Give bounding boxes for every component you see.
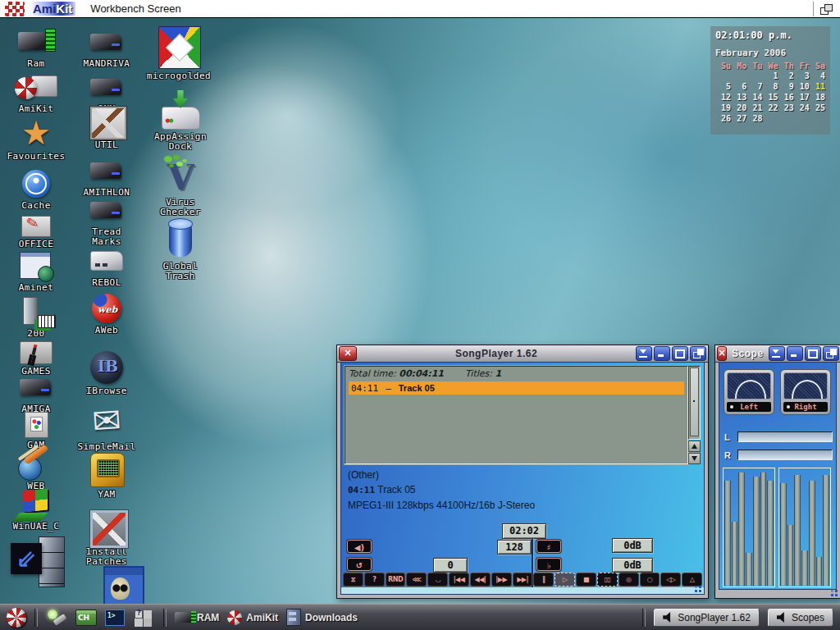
loop-button[interactable]: ↺ bbox=[347, 558, 372, 571]
ram-icon bbox=[13, 25, 59, 58]
transport-skip-start-button[interactable]: |◀◀ bbox=[449, 573, 469, 587]
zoom-icon[interactable] bbox=[672, 346, 688, 361]
transport-rewind-fast-button[interactable]: ⋘ bbox=[406, 573, 427, 587]
playlist[interactable]: Total time: 00:04:11Titles: 1 04:11 – Tr… bbox=[345, 366, 688, 464]
screen-depth-icon[interactable] bbox=[813, 2, 835, 16]
shrink-icon[interactable] bbox=[654, 346, 670, 361]
resize-grip-icon[interactable] bbox=[829, 588, 838, 596]
shrink-icon[interactable] bbox=[787, 346, 803, 361]
amiga-menu-icon[interactable] bbox=[7, 608, 26, 628]
desktop-icon-aweb[interactable]: AWeb bbox=[74, 292, 139, 336]
games-icon bbox=[13, 336, 59, 366]
transport-record-button[interactable]: ◎ bbox=[619, 573, 639, 587]
aweb-icon bbox=[84, 292, 130, 325]
calendar-day-empty bbox=[731, 71, 746, 81]
transport-segment-button[interactable]: ▯▯ bbox=[597, 573, 618, 587]
scope-titlebar[interactable]: Scope bbox=[715, 345, 840, 363]
vu-meter-face bbox=[727, 372, 771, 399]
transport-crossfade-button[interactable]: ◁▷ bbox=[660, 573, 681, 587]
calendar-day: 6 bbox=[731, 81, 746, 92]
transport-pause-button[interactable]: ‖ bbox=[533, 573, 554, 587]
window-button-scopes[interactable]: Scopes bbox=[768, 609, 833, 627]
desktop-icon-yam[interactable]: YAM bbox=[74, 451, 139, 500]
playlist-scrollbar[interactable] bbox=[688, 366, 701, 464]
spectrum-right bbox=[778, 468, 831, 587]
desktop-icon-install-patches[interactable]: Install Patches bbox=[74, 509, 139, 567]
desktop-icon-simplemail[interactable]: SimpleMail bbox=[74, 404, 139, 452]
ch-screen-icon[interactable]: CH bbox=[75, 609, 97, 626]
screen-titlebar[interactable]: AmiKit Workbench Screen bbox=[0, 0, 840, 18]
desktop-icon-amikit[interactable]: AmiKit bbox=[3, 71, 69, 114]
transport-next-button[interactable]: |▶▶ bbox=[491, 573, 512, 587]
zoom-icon[interactable] bbox=[805, 346, 821, 361]
transport-play-button[interactable]: ▷ bbox=[555, 573, 575, 587]
desktop-icon-200[interactable]: 200 bbox=[3, 295, 69, 339]
desktop-icon-label: Install Patches bbox=[74, 547, 139, 567]
channel-right-label: R bbox=[724, 450, 733, 460]
desktop-icon-appassign-dock[interactable]: AppAssign Dock bbox=[148, 90, 213, 152]
close-icon[interactable] bbox=[339, 346, 357, 361]
desktop-icon-microgolded[interactable]: microgolded bbox=[146, 26, 212, 81]
calendar-grid: 1234567891011121314151617181920212223242… bbox=[715, 71, 825, 124]
taskbar-item-amikit[interactable]: AmiKit bbox=[227, 610, 278, 625]
desktop-icon-mandriva[interactable]: MANDRIVA bbox=[74, 25, 139, 69]
scroll-down-icon[interactable] bbox=[688, 453, 701, 464]
taskbar-item-ram[interactable]: RAM bbox=[175, 612, 219, 623]
transport-random-button[interactable]: RND bbox=[386, 573, 406, 587]
desktop-icon-cache[interactable]: Cache bbox=[3, 167, 69, 211]
desktop-icon-gam[interactable]: GAM bbox=[3, 410, 69, 450]
clock-time: 02:01:00 p.m. bbox=[715, 30, 825, 41]
desktop-icon-web[interactable]: WEB bbox=[3, 448, 69, 491]
flashlight-icon[interactable] bbox=[46, 608, 67, 628]
iconify-icon[interactable] bbox=[769, 346, 785, 361]
desktop-icon-ibrowse[interactable]: IBrowse bbox=[74, 349, 139, 396]
desktop-icon-favourites[interactable]: Favourites bbox=[3, 118, 69, 162]
close-icon[interactable] bbox=[717, 346, 727, 361]
scroll-up-icon[interactable] bbox=[688, 441, 701, 452]
desktop-icon-amithlon[interactable]: AMITHLON bbox=[74, 154, 139, 198]
keys-icon[interactable] bbox=[133, 609, 155, 627]
bass-button[interactable]: ♭ bbox=[536, 558, 561, 571]
desktop-icon-winuae-c[interactable]: WinUAE_C bbox=[3, 488, 69, 532]
desktop-icon-arrow-cabinet[interactable] bbox=[7, 535, 72, 594]
calendar-day: 18 bbox=[810, 92, 825, 103]
transport-list-button[interactable]: ◡ bbox=[427, 573, 448, 587]
depth-icon[interactable] bbox=[690, 346, 706, 361]
desktop-icon-virus-checker[interactable]: Virus Checker bbox=[148, 156, 213, 217]
playlist-row[interactable]: 04:11 – Track 05 bbox=[349, 381, 684, 395]
transport-hourglass-button[interactable]: ⧖ bbox=[343, 573, 363, 587]
depth-icon[interactable] bbox=[823, 346, 839, 361]
scrollbar-thumb[interactable] bbox=[690, 368, 699, 436]
desktop-icon-global-trash[interactable]: Global Trash bbox=[148, 218, 213, 281]
volume-button[interactable]: ◀) bbox=[347, 540, 372, 553]
position-display[interactable]: 02:02 bbox=[502, 523, 546, 539]
taskbar-item-downloads[interactable]: Downloads bbox=[286, 609, 358, 626]
resize-grip-icon[interactable] bbox=[693, 584, 701, 592]
desktop-icon-label: MANDRIVA bbox=[74, 59, 139, 69]
treble-button[interactable]: ♯ bbox=[536, 540, 561, 553]
transport-prev-button[interactable]: ◀◀| bbox=[470, 573, 491, 587]
calendar-day-empty bbox=[778, 113, 794, 124]
calendar-day: 4 bbox=[810, 71, 825, 81]
taskbar-separator bbox=[642, 609, 646, 627]
spectrum-bar bbox=[732, 522, 738, 586]
desktop-icon-ram[interactable]: Ram bbox=[3, 25, 69, 69]
desktop-icon-util[interactable]: UTIL bbox=[74, 105, 139, 150]
channel-left-bar bbox=[737, 431, 833, 442]
desktop-icon-skull[interactable] bbox=[90, 566, 156, 602]
transport-stop-button[interactable]: ■ bbox=[576, 573, 596, 587]
iconify-icon[interactable] bbox=[636, 346, 652, 361]
transport-help-button[interactable]: ? bbox=[364, 573, 385, 587]
transport-skip-end-button[interactable]: ▶▶| bbox=[513, 573, 533, 587]
desktop-icon-tread-marks[interactable]: Tread Marks bbox=[74, 194, 139, 247]
desktop-icon-office[interactable]: OFFICE bbox=[3, 212, 69, 249]
desktop-icon-amiga[interactable]: AMIGA bbox=[3, 371, 69, 414]
desktop-icon-aminet[interactable]: Aminet bbox=[3, 249, 69, 293]
transport-circle-button[interactable]: ○ bbox=[640, 573, 660, 587]
calendar-day: 8 bbox=[762, 81, 778, 92]
calendar-day-header: Th bbox=[778, 62, 794, 71]
songplayer-titlebar[interactable]: SongPlayer 1.62 bbox=[337, 345, 708, 363]
shell-icon[interactable]: 1> bbox=[105, 609, 125, 626]
desktop-icon-rebol[interactable]: REBOL bbox=[74, 244, 139, 288]
window-button-songplayer-1-62[interactable]: SongPlayer 1.62 bbox=[654, 609, 760, 627]
